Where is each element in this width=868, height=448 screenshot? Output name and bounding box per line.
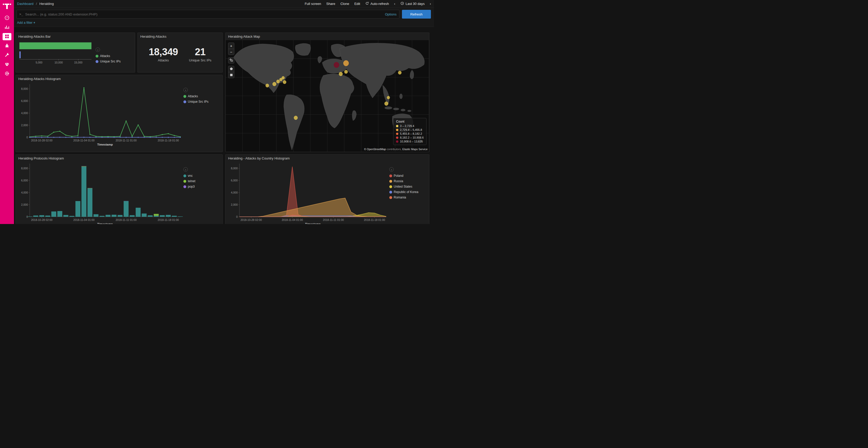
legend-label: Russia <box>394 179 403 183</box>
gear-icon <box>4 71 9 77</box>
filter-bar: Add a filter + <box>14 20 434 27</box>
panel-title: Heralding Attacks <box>138 33 222 39</box>
sidebar-item-monitoring[interactable] <box>3 61 11 68</box>
svg-text:2018-11-11 01:00: 2018-11-11 01:00 <box>116 218 137 221</box>
bug-icon <box>4 43 9 49</box>
legend-dot <box>389 185 392 188</box>
svg-text:4,000: 4,000 <box>21 191 28 194</box>
refresh-button[interactable]: Refresh <box>402 10 431 19</box>
map-legend-row: 3 – 2,729.4 <box>396 125 424 128</box>
breadcrumb: Dashboard / Heralding <box>17 2 54 6</box>
legend-dot <box>396 129 398 131</box>
sidebar-item-dev-tools[interactable] <box>3 51 11 59</box>
world-map[interactable]: + − <box>225 40 429 152</box>
legend-item[interactable]: telnet <box>183 179 220 183</box>
add-filter-link[interactable]: Add a filter + <box>17 21 35 25</box>
panel-title: Heralding Attack Map <box>225 33 429 39</box>
search-input[interactable] <box>25 12 383 16</box>
legend-item[interactable]: Republic of Korea <box>389 190 428 194</box>
legend-dot <box>183 185 186 188</box>
svg-text:15,000: 15,000 <box>74 61 83 64</box>
time-back-chevron[interactable]: ‹ <box>394 2 395 6</box>
legend-dot <box>96 55 98 58</box>
map-rectangle-tool-button[interactable] <box>228 72 234 78</box>
legend-dot <box>389 191 392 194</box>
svg-text:4,000: 4,000 <box>231 191 238 194</box>
map-zoom-in-button[interactable]: + <box>228 43 234 49</box>
compass-icon <box>4 15 9 21</box>
svg-text:2,000: 2,000 <box>231 203 238 206</box>
legend-label: United States <box>394 185 412 188</box>
breadcrumb-dashboard-link[interactable]: Dashboard <box>17 2 34 6</box>
sidebar-item-bug[interactable] <box>3 42 11 49</box>
legend-dot <box>389 174 392 177</box>
sidebar-item-visualize[interactable] <box>3 24 11 31</box>
map-legend-title: Count <box>396 120 424 123</box>
svg-text:Timestamp: Timestamp <box>97 143 113 146</box>
map-zoom-out-button[interactable]: − <box>228 49 234 55</box>
map-legend-row: 8,182.2 – 10,908.6 <box>396 136 424 139</box>
svg-text:6,000: 6,000 <box>21 179 28 182</box>
time-forward-chevron[interactable]: › <box>430 2 431 6</box>
legend-collapse-icon[interactable]: › <box>183 88 188 92</box>
legend-item[interactable]: Unique Src IPs <box>96 60 132 63</box>
app: Dashboard / Heralding Full screen Share … <box>0 0 434 224</box>
legend-collapse-icon[interactable]: › <box>389 167 394 172</box>
top-nav-bar: Dashboard / Heralding Full screen Share … <box>14 0 434 8</box>
svg-text:5,000: 5,000 <box>36 61 42 64</box>
sidebar-item-dashboard[interactable] <box>3 33 11 40</box>
legend-item[interactable]: vnc <box>183 174 220 177</box>
sidebar-nav <box>3 14 11 77</box>
time-range-picker[interactable]: Last 30 days <box>400 2 425 6</box>
metric-attacks: 18,349 Attacks <box>149 46 178 62</box>
svg-text:2018-10-28 02:00: 2018-10-28 02:00 <box>31 218 53 221</box>
share-button[interactable]: Share <box>326 2 335 6</box>
sidebar-item-management[interactable] <box>3 70 11 77</box>
legend-collapse-icon[interactable]: › <box>96 47 100 52</box>
edit-button[interactable]: Edit <box>354 2 360 6</box>
country-histogram-chart[interactable]: 02,0004,0006,0008,0002018-10-28 02:00201… <box>226 161 389 224</box>
svg-text:2018-11-18 01:00: 2018-11-18 01:00 <box>158 139 179 142</box>
legend-dot <box>389 180 392 183</box>
metric-label: Unique Src IPs <box>189 58 212 62</box>
plus-icon: + <box>33 21 35 25</box>
legend-dot <box>396 137 398 139</box>
panel-attack-map: Heralding Attack Map <box>225 33 429 152</box>
legend-item[interactable]: pop3 <box>183 185 220 188</box>
full-screen-button[interactable]: Full screen <box>305 2 321 6</box>
refresh-cycle-icon <box>365 2 369 6</box>
attacks-bar-legend: › Attacks Unique Src IPs <box>96 39 132 67</box>
svg-text:2018-11-04 01:00: 2018-11-04 01:00 <box>73 139 95 142</box>
legend-item[interactable]: Attacks <box>183 95 220 98</box>
search-box: >_ Options <box>17 10 399 19</box>
clone-button[interactable]: Clone <box>340 2 349 6</box>
map-crop-tool-button[interactable] <box>228 57 234 64</box>
panel-title: Heralding Attacks Histogram <box>16 75 222 81</box>
attacks-histogram-chart[interactable]: 02,0004,0006,0008,0002018-10-28 02:00201… <box>17 81 183 148</box>
legend-item[interactable]: United States <box>389 185 428 188</box>
map-polygon-tool-button[interactable] <box>228 66 234 72</box>
attacks-histogram-legend: › Attacks Unique Src IPs <box>183 81 220 148</box>
legend-item[interactable]: Romania <box>389 196 428 199</box>
legend-dot <box>96 60 98 63</box>
svg-text:0: 0 <box>236 215 238 218</box>
sidebar-item-discover[interactable] <box>3 14 11 22</box>
options-link[interactable]: Options <box>385 12 397 16</box>
legend-item[interactable]: Attacks <box>96 54 132 58</box>
legend-collapse-icon[interactable]: › <box>183 167 188 172</box>
map-attribution: © OpenStreetMap contributors, Elastic Ma… <box>364 148 428 151</box>
attacks-bar-chart[interactable]: 5,00010,00015,000 <box>17 39 96 67</box>
legend-item[interactable]: Unique Src IPs <box>183 100 220 103</box>
breadcrumb-separator: / <box>36 2 37 6</box>
panel-protocols-histogram: Heralding Protocols Histogram 02,0004,00… <box>16 154 223 224</box>
map-legend-row: 10,908.6 – 13,635 <box>396 140 424 143</box>
protocols-histogram-chart[interactable]: 02,0004,0006,0008,0002018-10-28 02:00201… <box>17 161 183 224</box>
legend-item[interactable]: Poland <box>389 174 428 177</box>
legend-label: Romania <box>394 196 406 199</box>
telekom-logo-icon <box>3 2 11 10</box>
legend-item[interactable]: Russia <box>389 179 428 183</box>
legend-dot <box>183 174 186 177</box>
legend-dot <box>183 180 186 183</box>
svg-text:2,000: 2,000 <box>21 203 28 206</box>
auto-refresh-button[interactable]: Auto-refresh <box>365 2 389 6</box>
